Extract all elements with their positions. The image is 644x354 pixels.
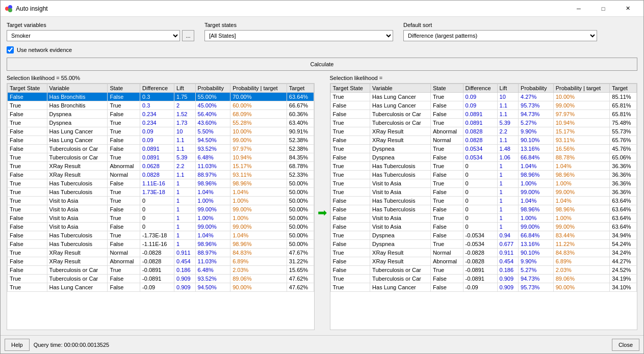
right-table-container[interactable]: Target State Variable State Difference L… bbox=[330, 83, 638, 330]
table-row[interactable]: FalseDyspneaFalse0.2341.5256.40%68.09%60… bbox=[8, 110, 314, 119]
table-row[interactable]: FalseXRay ResultAbnormal-0.08280.4549.90… bbox=[330, 257, 637, 266]
table-cell: Has Bronchitis bbox=[47, 101, 108, 110]
table-row[interactable]: TrueHas TuberculosisTrue1.73E-1811.04%1.… bbox=[8, 188, 314, 197]
network-evidence-checkbox[interactable] bbox=[7, 46, 14, 53]
table-row[interactable]: TrueDyspneaTrue0.2341.7343.60%55.28%63.4… bbox=[8, 119, 314, 127]
table-row[interactable]: TrueXRay ResultNormal-0.08280.91188.97%8… bbox=[8, 249, 314, 257]
table-row[interactable]: TrueXRay ResultAbnormal0.08282.29.90%15.… bbox=[330, 127, 637, 136]
minimize-button[interactable]: ─ bbox=[567, 1, 590, 17]
table-cell: 45.76% bbox=[610, 145, 637, 153]
target-states-select[interactable]: [All States] bbox=[204, 30, 393, 41]
maximize-button[interactable]: □ bbox=[591, 1, 615, 17]
close-window-button[interactable]: ✕ bbox=[616, 1, 639, 17]
table-row[interactable]: FalseHas Lung CancerFalse0.091.195.73%99… bbox=[330, 101, 637, 110]
table-cell: 65.06% bbox=[610, 153, 637, 162]
table-cell: 93.11% bbox=[230, 171, 287, 179]
table-row[interactable]: FalseDyspneaFalse0.05341.0666.84%88.78%6… bbox=[330, 153, 637, 162]
table-cell: Dyspnea bbox=[370, 145, 431, 153]
table-cell: False bbox=[8, 110, 47, 119]
table-row[interactable]: FalseVisit to AsiaFalse0199.00%99.00%63.… bbox=[330, 223, 637, 231]
close-button[interactable]: Close bbox=[612, 339, 639, 351]
table-cell: True bbox=[108, 119, 140, 127]
table-cell: 94.73% bbox=[519, 275, 554, 283]
table-cell: 0.909 bbox=[174, 283, 196, 292]
table-row[interactable]: FalseDyspneaTrue-0.05340.67713.16%11.22%… bbox=[330, 240, 637, 249]
table-row[interactable]: FalseTuberculosis or CarTrue-0.08910.186… bbox=[8, 266, 314, 275]
table-cell: 88.97% bbox=[195, 249, 230, 257]
table-cell: 13.16% bbox=[519, 145, 554, 153]
table-cell: 90.10% bbox=[519, 136, 554, 145]
table-row[interactable]: FalseHas TuberculosisTrue011.04%1.04%63.… bbox=[330, 197, 637, 205]
table-cell: True bbox=[430, 214, 463, 223]
table-row[interactable]: FalseVisit to AsiaTrue011.00%1.00%63.64% bbox=[330, 214, 637, 223]
table-cell: 11.22% bbox=[553, 240, 610, 249]
table-row[interactable]: FalseTuberculosis or CarTrue-0.08910.186… bbox=[330, 266, 637, 275]
table-row[interactable]: FalseVisit to AsiaFalse0199.00%99.00%50.… bbox=[8, 223, 314, 231]
table-cell: 13.16% bbox=[519, 240, 554, 249]
table-row[interactable]: FalseXRay ResultAbnormal-0.08280.45411.0… bbox=[8, 257, 314, 266]
target-variables-select[interactable]: Smoker bbox=[7, 30, 180, 41]
table-cell: 97.97% bbox=[230, 145, 287, 153]
table-row[interactable]: TrueHas TuberculosisTrue011.04%1.04%36.3… bbox=[330, 162, 637, 171]
table-row[interactable]: TrueXRay ResultAbnormal0.06282.211.03%15… bbox=[8, 162, 314, 171]
table-row[interactable]: TrueHas TuberculosisFalse1.11E-16198.96%… bbox=[8, 179, 314, 188]
table-row[interactable]: TrueHas Lung CancerFalse-0.090.90995.73%… bbox=[330, 283, 637, 292]
table-row[interactable]: TrueTuberculosis or CarFalse-0.08910.909… bbox=[330, 275, 637, 283]
table-row[interactable]: FalseHas TuberculosisFalse-1.11E-16198.9… bbox=[8, 240, 314, 249]
table-row[interactable]: TrueVisit to AsiaFalse0199.00%99.00%50.0… bbox=[8, 205, 314, 214]
table-cell: -0.0891 bbox=[140, 266, 174, 275]
table-cell: True bbox=[330, 119, 370, 127]
table-cell: 34.19% bbox=[610, 275, 637, 283]
table-row[interactable]: FalseHas Lung CancerTrue0.09105.50%10.00… bbox=[8, 127, 314, 136]
calculate-button[interactable]: Calculate bbox=[7, 58, 637, 71]
table-row[interactable]: FalseHas Lung CancerFalse0.091.194.50%99… bbox=[8, 136, 314, 145]
table-cell: False bbox=[430, 223, 463, 231]
table-row[interactable]: FalseVisit to AsiaTrue011.00%1.00%50.00% bbox=[8, 214, 314, 223]
table-cell: 1 bbox=[174, 240, 196, 249]
table-row[interactable]: TrueHas Lung CancerTrue0.09104.27%10.00%… bbox=[330, 93, 637, 101]
table-cell: 50.00% bbox=[287, 240, 314, 249]
table-row[interactable]: TrueDyspneaFalse-0.05340.9466.84%83.44%3… bbox=[330, 231, 637, 240]
table-cell: True bbox=[108, 197, 140, 205]
left-selection-label: Selection likelihood = 55.00% bbox=[7, 75, 315, 81]
table-row[interactable]: TrueTuberculosis or CarTrue0.08915.396.4… bbox=[8, 153, 314, 162]
table-cell: XRay Result bbox=[370, 127, 431, 136]
table-row[interactable]: FalseXRay ResultNormal0.08281.188.97%93.… bbox=[8, 171, 314, 179]
help-button[interactable]: Help bbox=[5, 339, 30, 351]
table-cell: -0.09 bbox=[140, 283, 174, 292]
table-row[interactable]: TrueXRay ResultNormal-0.08280.91190.10%8… bbox=[330, 249, 637, 257]
network-evidence-row: Use network evidence bbox=[7, 46, 637, 53]
table-row[interactable]: TrueHas BronchitisTrue0.3245.00%60.00%66… bbox=[8, 101, 314, 110]
table-cell: 90.10% bbox=[519, 249, 554, 257]
table-row[interactable]: TrueDyspneaTrue0.05341.4813.16%16.56%45.… bbox=[330, 145, 637, 153]
target-variables-label: Target variables bbox=[7, 22, 194, 28]
table-cell: 1.1 bbox=[497, 110, 519, 119]
table-row[interactable]: FalseHas TuberculosisFalse0198.96%98.96%… bbox=[330, 205, 637, 214]
table-row[interactable]: TrueTuberculosis or CarFalse-0.08910.909… bbox=[8, 275, 314, 283]
table-row[interactable]: TrueTuberculosis or CarTrue0.08915.395.2… bbox=[330, 119, 637, 127]
table-row[interactable]: TrueVisit to AsiaFalse0199.00%99.00%36.3… bbox=[330, 188, 637, 197]
table-row[interactable]: FalseTuberculosis or CarFalse0.08911.194… bbox=[330, 110, 637, 119]
table-row[interactable]: TrueHas Lung CancerFalse-0.090.90994.50%… bbox=[8, 283, 314, 292]
left-table-container[interactable]: Target State Variable State Difference L… bbox=[7, 83, 315, 330]
table-cell: 0.0891 bbox=[140, 145, 174, 153]
table-row[interactable]: FalseHas TuberculosisTrue-1.73E-1811.04%… bbox=[8, 231, 314, 240]
table-row[interactable]: TrueHas TuberculosisFalse0198.96%98.96%3… bbox=[330, 171, 637, 179]
browse-button[interactable]: ... bbox=[182, 30, 194, 41]
table-row[interactable]: TrueVisit to AsiaTrue011.00%1.00%50.00% bbox=[8, 197, 314, 205]
table-cell: False bbox=[330, 136, 370, 145]
table-cell: 0.0891 bbox=[463, 110, 497, 119]
table-cell: 0 bbox=[140, 214, 174, 223]
table-cell: 36.36% bbox=[610, 171, 637, 179]
table-cell: Visit to Asia bbox=[47, 223, 108, 231]
table-row[interactable]: FalseTuberculosis or CarFalse0.08911.193… bbox=[8, 145, 314, 153]
table-row[interactable]: TrueVisit to AsiaTrue011.00%1.00%36.36% bbox=[330, 179, 637, 188]
table-row[interactable]: FalseHas BronchitisFalse0.31.7555.00%70.… bbox=[8, 93, 314, 101]
table-row[interactable]: FalseXRay ResultNormal0.08281.190.10%93.… bbox=[330, 136, 637, 145]
default-sort-select[interactable]: Difference (largest patterns) bbox=[403, 30, 597, 41]
table-cell: 97.97% bbox=[553, 110, 610, 119]
table-cell: Has Tuberculosis bbox=[370, 197, 431, 205]
table-cell: Has Tuberculosis bbox=[47, 179, 108, 188]
table-cell: 99.00% bbox=[553, 188, 610, 197]
table-cell: 99.00% bbox=[195, 205, 230, 214]
